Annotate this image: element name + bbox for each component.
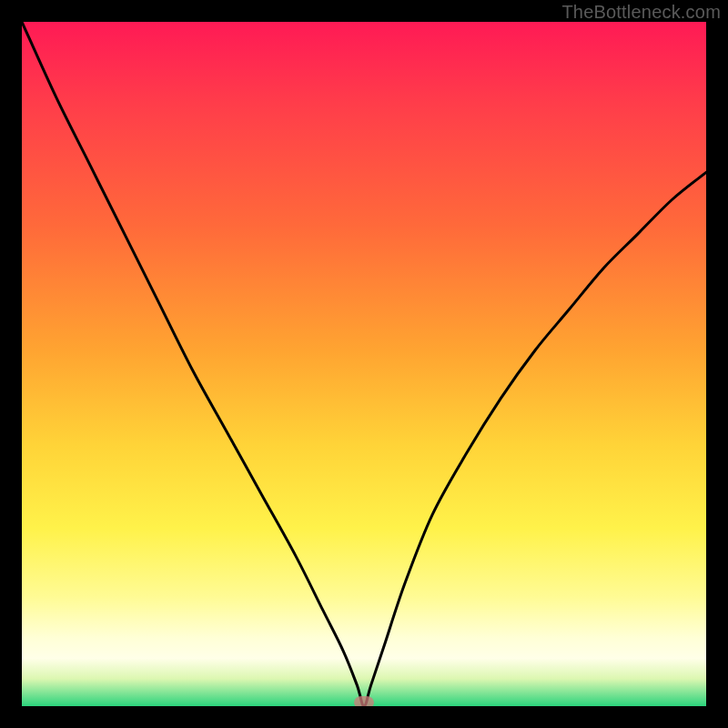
watermark-text: TheBottleneck.com [561,2,721,23]
bottleneck-marker [354,696,374,706]
bottleneck-curve [22,22,706,706]
chart-frame: TheBottleneck.com [0,0,728,728]
plot-area [22,22,706,706]
